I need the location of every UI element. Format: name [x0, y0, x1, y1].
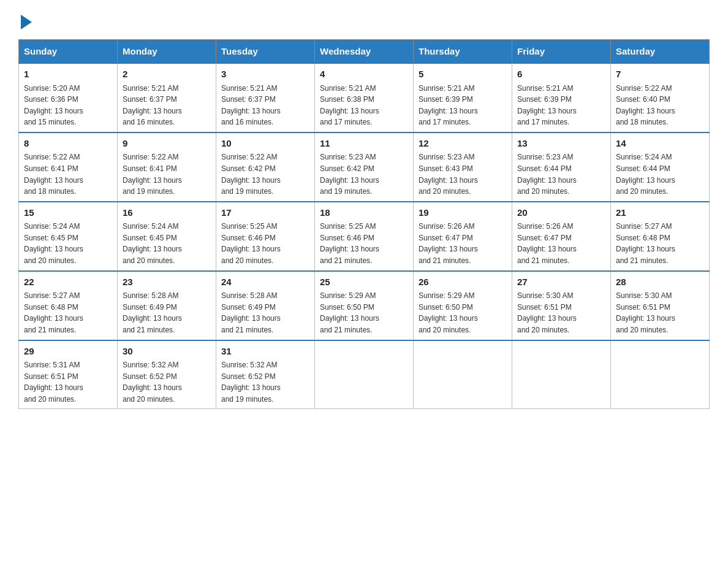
calendar-cell: 3Sunrise: 5:21 AMSunset: 6:37 PMDaylight…	[216, 63, 315, 132]
calendar-cell: 19Sunrise: 5:26 AMSunset: 6:47 PMDayligh…	[414, 202, 512, 271]
day-info: Sunrise: 5:22 AMSunset: 6:42 PMDaylight:…	[221, 151, 309, 197]
day-number: 17	[221, 206, 309, 220]
calendar-cell: 23Sunrise: 5:28 AMSunset: 6:49 PMDayligh…	[118, 271, 216, 340]
day-info: Sunrise: 5:31 AMSunset: 6:51 PMDaylight:…	[24, 359, 112, 405]
header-saturday: Saturday	[611, 40, 710, 64]
day-info: Sunrise: 5:27 AMSunset: 6:48 PMDaylight:…	[24, 290, 112, 335]
day-info: Sunrise: 5:23 AMSunset: 6:42 PMDaylight:…	[320, 151, 408, 197]
calendar-cell: 20Sunrise: 5:26 AMSunset: 6:47 PMDayligh…	[512, 202, 611, 271]
day-number: 14	[616, 137, 704, 151]
calendar-cell: 27Sunrise: 5:30 AMSunset: 6:51 PMDayligh…	[512, 271, 611, 340]
calendar-cell: 22Sunrise: 5:27 AMSunset: 6:48 PMDayligh…	[19, 271, 118, 340]
day-number: 31	[221, 345, 309, 359]
calendar-cell: 21Sunrise: 5:27 AMSunset: 6:48 PMDayligh…	[611, 202, 710, 271]
day-number: 30	[123, 345, 211, 359]
day-number: 23	[123, 275, 211, 289]
day-info: Sunrise: 5:21 AMSunset: 6:39 PMDaylight:…	[517, 83, 605, 128]
day-info: Sunrise: 5:23 AMSunset: 6:44 PMDaylight:…	[517, 151, 605, 197]
day-number: 16	[123, 206, 211, 220]
calendar-cell: 9Sunrise: 5:22 AMSunset: 6:41 PMDaylight…	[118, 132, 216, 202]
day-number: 25	[320, 275, 408, 289]
day-info: Sunrise: 5:23 AMSunset: 6:43 PMDaylight:…	[419, 151, 507, 197]
day-info: Sunrise: 5:30 AMSunset: 6:51 PMDaylight:…	[517, 290, 605, 335]
day-number: 5	[419, 67, 507, 82]
day-number: 12	[419, 137, 507, 151]
day-info: Sunrise: 5:26 AMSunset: 6:47 PMDaylight:…	[419, 221, 507, 266]
header-monday: Monday	[118, 40, 216, 64]
calendar-cell	[512, 340, 611, 409]
calendar-cell: 2Sunrise: 5:21 AMSunset: 6:37 PMDaylight…	[118, 63, 216, 132]
calendar-cell	[414, 340, 512, 409]
calendar-cell: 12Sunrise: 5:23 AMSunset: 6:43 PMDayligh…	[414, 132, 512, 202]
day-number: 21	[616, 206, 704, 220]
calendar-cell	[611, 340, 710, 409]
calendar-table: SundayMondayTuesdayWednesdayThursdayFrid…	[18, 39, 710, 409]
day-number: 20	[517, 206, 605, 220]
calendar-cell: 13Sunrise: 5:23 AMSunset: 6:44 PMDayligh…	[512, 132, 611, 202]
logo-arrow-icon	[21, 15, 32, 29]
calendar-cell: 30Sunrise: 5:32 AMSunset: 6:52 PMDayligh…	[118, 340, 216, 409]
day-number: 18	[320, 206, 408, 220]
day-info: Sunrise: 5:32 AMSunset: 6:52 PMDaylight:…	[221, 359, 309, 405]
week-row-1: 1Sunrise: 5:20 AMSunset: 6:36 PMDaylight…	[19, 63, 710, 132]
calendar-cell: 1Sunrise: 5:20 AMSunset: 6:36 PMDaylight…	[19, 63, 118, 132]
day-info: Sunrise: 5:21 AMSunset: 6:39 PMDaylight:…	[419, 83, 507, 128]
calendar-cell: 4Sunrise: 5:21 AMSunset: 6:38 PMDaylight…	[315, 63, 414, 132]
calendar-cell: 10Sunrise: 5:22 AMSunset: 6:42 PMDayligh…	[216, 132, 315, 202]
calendar-cell: 25Sunrise: 5:29 AMSunset: 6:50 PMDayligh…	[315, 271, 414, 340]
header-wednesday: Wednesday	[315, 40, 414, 64]
calendar-cell: 14Sunrise: 5:24 AMSunset: 6:44 PMDayligh…	[611, 132, 710, 202]
calendar-cell: 18Sunrise: 5:25 AMSunset: 6:46 PMDayligh…	[315, 202, 414, 271]
calendar-header-row: SundayMondayTuesdayWednesdayThursdayFrid…	[19, 40, 710, 64]
calendar-cell: 7Sunrise: 5:22 AMSunset: 6:40 PMDaylight…	[611, 63, 710, 132]
day-number: 19	[419, 206, 507, 220]
day-info: Sunrise: 5:22 AMSunset: 6:41 PMDaylight:…	[123, 151, 211, 197]
day-number: 24	[221, 275, 309, 289]
day-info: Sunrise: 5:21 AMSunset: 6:37 PMDaylight:…	[123, 83, 211, 128]
calendar-cell: 16Sunrise: 5:24 AMSunset: 6:45 PMDayligh…	[118, 202, 216, 271]
day-info: Sunrise: 5:20 AMSunset: 6:36 PMDaylight:…	[24, 83, 112, 128]
day-info: Sunrise: 5:21 AMSunset: 6:38 PMDaylight:…	[320, 83, 408, 128]
calendar-cell: 5Sunrise: 5:21 AMSunset: 6:39 PMDaylight…	[414, 63, 512, 132]
header-sunday: Sunday	[19, 40, 118, 64]
day-info: Sunrise: 5:28 AMSunset: 6:49 PMDaylight:…	[221, 290, 309, 335]
calendar-cell: 31Sunrise: 5:32 AMSunset: 6:52 PMDayligh…	[216, 340, 315, 409]
day-number: 7	[616, 67, 704, 82]
day-info: Sunrise: 5:24 AMSunset: 6:44 PMDaylight:…	[616, 151, 704, 197]
day-info: Sunrise: 5:22 AMSunset: 6:41 PMDaylight:…	[24, 151, 112, 197]
day-info: Sunrise: 5:32 AMSunset: 6:52 PMDaylight:…	[123, 359, 211, 405]
day-number: 4	[320, 67, 408, 82]
header-thursday: Thursday	[414, 40, 512, 64]
calendar-cell: 24Sunrise: 5:28 AMSunset: 6:49 PMDayligh…	[216, 271, 315, 340]
day-info: Sunrise: 5:30 AMSunset: 6:51 PMDaylight:…	[616, 290, 704, 335]
day-number: 3	[221, 67, 309, 82]
day-number: 1	[24, 67, 112, 82]
week-row-2: 8Sunrise: 5:22 AMSunset: 6:41 PMDaylight…	[19, 132, 710, 202]
day-number: 8	[24, 137, 112, 151]
calendar-cell: 6Sunrise: 5:21 AMSunset: 6:39 PMDaylight…	[512, 63, 611, 132]
calendar-cell: 8Sunrise: 5:22 AMSunset: 6:41 PMDaylight…	[19, 132, 118, 202]
calendar-cell: 26Sunrise: 5:29 AMSunset: 6:50 PMDayligh…	[414, 271, 512, 340]
day-number: 26	[419, 275, 507, 289]
day-number: 9	[123, 137, 211, 151]
day-info: Sunrise: 5:29 AMSunset: 6:50 PMDaylight:…	[419, 290, 507, 335]
page-header	[18, 12, 710, 27]
day-number: 10	[221, 137, 309, 151]
day-number: 11	[320, 137, 408, 151]
week-row-4: 22Sunrise: 5:27 AMSunset: 6:48 PMDayligh…	[19, 271, 710, 340]
day-info: Sunrise: 5:25 AMSunset: 6:46 PMDaylight:…	[221, 221, 309, 266]
day-info: Sunrise: 5:21 AMSunset: 6:37 PMDaylight:…	[221, 83, 309, 128]
logo	[18, 12, 32, 27]
day-info: Sunrise: 5:25 AMSunset: 6:46 PMDaylight:…	[320, 221, 408, 266]
day-number: 22	[24, 275, 112, 289]
day-info: Sunrise: 5:26 AMSunset: 6:47 PMDaylight:…	[517, 221, 605, 266]
day-number: 13	[517, 137, 605, 151]
day-number: 2	[123, 67, 211, 82]
day-info: Sunrise: 5:28 AMSunset: 6:49 PMDaylight:…	[123, 290, 211, 335]
day-info: Sunrise: 5:29 AMSunset: 6:50 PMDaylight:…	[320, 290, 408, 335]
day-info: Sunrise: 5:27 AMSunset: 6:48 PMDaylight:…	[616, 221, 704, 266]
calendar-cell	[315, 340, 414, 409]
day-number: 27	[517, 275, 605, 289]
calendar-cell: 29Sunrise: 5:31 AMSunset: 6:51 PMDayligh…	[19, 340, 118, 409]
calendar-cell: 15Sunrise: 5:24 AMSunset: 6:45 PMDayligh…	[19, 202, 118, 271]
